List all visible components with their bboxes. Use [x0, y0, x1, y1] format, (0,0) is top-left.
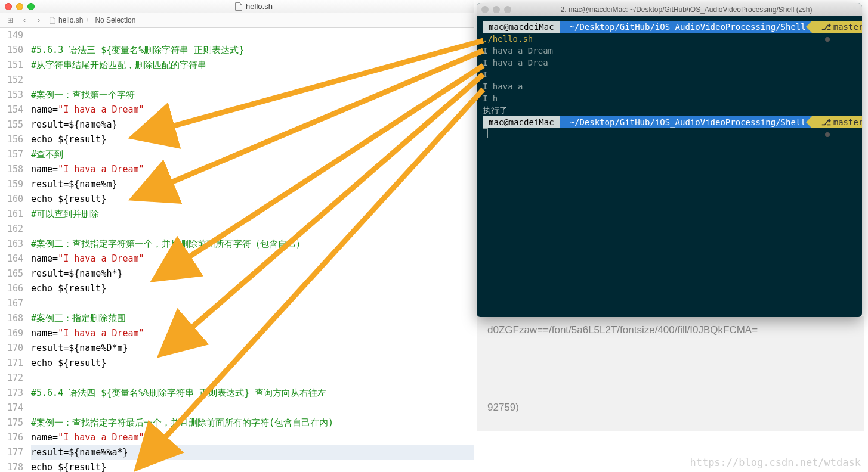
- prompt-git-segment: ⎇master: [812, 21, 862, 33]
- code-line[interactable]: echo ${result}: [31, 460, 474, 472]
- terminal-output-line: I hava a Drea: [483, 57, 856, 69]
- git-dirty-icon: [825, 37, 830, 42]
- line-number: 173: [0, 386, 23, 400]
- minimize-icon[interactable]: [16, 3, 23, 10]
- code-line[interactable]: #5.6.3 语法三 ${变量名%删除字符串 正则表达式}: [31, 43, 474, 58]
- prompt-path-segment: ~/Desktop/GitHub/iOS_AudioVideoProcessin…: [560, 116, 812, 128]
- line-number: 153: [0, 88, 23, 103]
- git-dirty-icon: [825, 132, 830, 137]
- terminal-prompt: mac@macdeiMac ~/Desktop/GitHub/iOS_Audio…: [483, 21, 856, 33]
- code-line[interactable]: result=${name%%a*}: [31, 445, 474, 460]
- terminal-output-line: I hava a Dream: [483, 45, 856, 57]
- line-number: 169: [0, 326, 23, 341]
- code-line[interactable]: result=${name%D*m}: [31, 341, 474, 356]
- line-number: 177: [0, 445, 23, 460]
- nav-forward-icon[interactable]: ›: [35, 16, 43, 24]
- code-line[interactable]: #案例一：查找第一个字符: [31, 88, 474, 103]
- zoom-icon[interactable]: [504, 6, 511, 13]
- code-line[interactable]: #可以查到并删除: [31, 207, 474, 222]
- code-line[interactable]: name="I hava a Dream": [31, 326, 474, 341]
- code-line[interactable]: #从字符串结尾开始匹配，删除匹配的字符串: [31, 58, 474, 73]
- code-line[interactable]: #查不到: [31, 147, 474, 162]
- code-line[interactable]: name="I hava a Dream": [31, 162, 474, 177]
- breadcrumb-file[interactable]: hello.sh: [58, 16, 83, 24]
- terminal-body[interactable]: mac@macdeiMac ~/Desktop/GitHub/iOS_Audio…: [477, 16, 862, 146]
- breadcrumb-selection[interactable]: No Selection: [95, 16, 135, 24]
- code-line[interactable]: #案例二：查找指定字符第一个，并且删除前面所有字符（包含自己）: [31, 237, 474, 251]
- git-branch-icon: ⎇: [821, 22, 831, 32]
- editor-window-title: hello.sh: [39, 2, 469, 11]
- code-line[interactable]: echo ${result}: [31, 356, 474, 371]
- code-line[interactable]: name="I hava a Dream": [31, 251, 474, 266]
- line-number: 168: [0, 311, 23, 326]
- watermark: https://blog.csdn.net/wtdask: [690, 457, 861, 468]
- editor-toolbar: ⊞ ‹ › hello.sh 〉 No Selection: [0, 13, 474, 28]
- line-number: 165: [0, 266, 23, 281]
- prompt-path-segment: ~/Desktop/GitHub/iOS_AudioVideoProcessin…: [560, 21, 812, 33]
- editor-title-text: hello.sh: [246, 2, 273, 11]
- line-number: 171: [0, 356, 23, 371]
- line-number: 163: [0, 237, 23, 251]
- code-line[interactable]: [31, 400, 474, 415]
- line-number: 162: [0, 222, 23, 237]
- code-editor[interactable]: 1491501511521531541551561571581591601611…: [0, 28, 474, 472]
- editor-titlebar[interactable]: hello.sh: [0, 0, 474, 13]
- code-line[interactable]: name="I hava a Dream": [31, 103, 474, 117]
- code-line[interactable]: echo ${result}: [31, 132, 474, 147]
- line-number: 178: [0, 460, 23, 472]
- code-line[interactable]: #5.6.4 语法四 ${变量名%%删除字符串 正则表达式} 查询方向从右往左: [31, 386, 474, 400]
- chevron-right-icon: 〉: [85, 15, 92, 26]
- zoom-icon[interactable]: [27, 3, 35, 10]
- line-number: 155: [0, 117, 23, 132]
- terminal-output-line: ./hello.sh: [483, 33, 856, 45]
- code-line[interactable]: echo ${result}: [31, 192, 474, 207]
- terminal-prompt: mac@macdeiMac ~/Desktop/GitHub/iOS_Audio…: [483, 116, 856, 128]
- line-number: 154: [0, 103, 23, 117]
- code-line[interactable]: echo ${result}: [31, 281, 474, 296]
- terminal-window: 2. mac@macdeiMac: ~/Desktop/GitHub/iOS_A…: [477, 3, 862, 317]
- line-number: 157: [0, 147, 23, 162]
- terminal-output-line: I h: [483, 92, 856, 104]
- code-line[interactable]: [31, 73, 474, 88]
- code-line[interactable]: result=${name%m}: [31, 177, 474, 192]
- line-number: 175: [0, 415, 23, 430]
- code-line[interactable]: #案例三：指定删除范围: [31, 311, 474, 326]
- minimize-icon[interactable]: [493, 6, 500, 13]
- code-line[interactable]: result=${name%a}: [31, 117, 474, 132]
- terminal-cursor: [483, 128, 488, 138]
- editor-window: hello.sh ⊞ ‹ › hello.sh 〉 No Selection 1…: [0, 0, 474, 472]
- terminal-output-line: 执行了: [483, 104, 856, 116]
- line-number: 172: [0, 371, 23, 386]
- grid-icon[interactable]: ⊞: [6, 16, 14, 24]
- line-number: 174: [0, 400, 23, 415]
- nav-back-icon[interactable]: ‹: [20, 16, 29, 24]
- bg-text-2: 92759): [487, 402, 855, 414]
- line-number: 160: [0, 192, 23, 207]
- breadcrumb[interactable]: hello.sh 〉 No Selection: [49, 15, 135, 26]
- line-number: 150: [0, 43, 23, 58]
- git-branch-icon: ⎇: [821, 117, 831, 127]
- terminal-output: ./hello.shI hava a DreamI hava a DreaII …: [483, 33, 856, 116]
- close-icon[interactable]: [481, 6, 489, 13]
- line-number: 159: [0, 177, 23, 192]
- code-line[interactable]: [31, 28, 474, 43]
- line-number: 156: [0, 132, 23, 147]
- code-line[interactable]: [31, 371, 474, 386]
- code-content[interactable]: #5.6.3 语法三 ${变量名%删除字符串 正则表达式}#从字符串结尾开始匹配…: [31, 28, 474, 472]
- line-number: 158: [0, 162, 23, 177]
- line-number: 166: [0, 281, 23, 296]
- terminal-titlebar[interactable]: 2. mac@macdeiMac: ~/Desktop/GitHub/iOS_A…: [477, 3, 862, 16]
- code-line[interactable]: result=${name%h*}: [31, 266, 474, 281]
- code-line[interactable]: [31, 222, 474, 237]
- terminal-output-line: I: [483, 69, 856, 80]
- code-line[interactable]: name="I hava a Dream": [31, 430, 474, 445]
- file-icon: [50, 17, 55, 23]
- prompt-host-segment: mac@macdeiMac: [483, 116, 560, 128]
- code-line[interactable]: #案例一：查找指定字符最后一个，并且删除前面所有的字符(包含自己在内): [31, 415, 474, 430]
- line-number: 176: [0, 430, 23, 445]
- prompt-host-segment: mac@macdeiMac: [483, 21, 560, 33]
- terminal-title: 2. mac@macdeiMac: ~/Desktop/GitHub/iOS_A…: [515, 5, 857, 14]
- close-icon[interactable]: [5, 3, 12, 10]
- code-line[interactable]: [31, 296, 474, 311]
- prompt-git-segment: ⎇master: [812, 116, 862, 128]
